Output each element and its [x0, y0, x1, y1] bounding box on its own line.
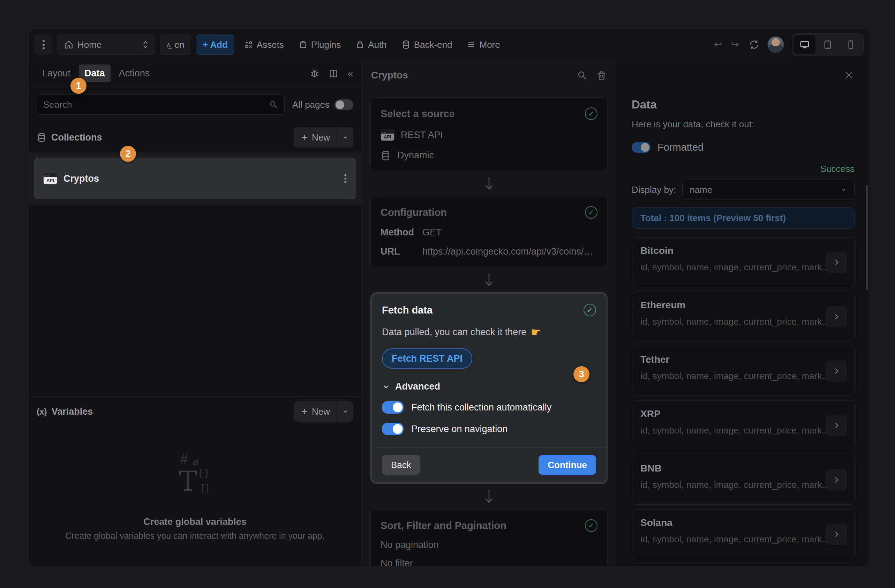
expand-item-button[interactable] — [825, 415, 847, 436]
tab-layout[interactable]: Layout — [36, 65, 76, 82]
expand-item-button[interactable] — [825, 360, 847, 382]
collection-editor-title: Cryptos — [371, 70, 568, 81]
configuration-title: Configuration — [381, 207, 585, 218]
nav-plugins[interactable]: Plugins — [294, 35, 346, 55]
continue-button[interactable]: Continue — [539, 455, 596, 475]
display-by-label: Display by: — [632, 185, 676, 195]
data-panel-title: Data — [632, 98, 854, 111]
rest-api-icon: API — [43, 173, 57, 185]
data-item-card[interactable]: USDC id, symbol, name, image, current_pr… — [632, 564, 854, 566]
redo-icon[interactable] — [730, 39, 741, 50]
data-item-card[interactable]: XRP id, symbol, name, image, current_pri… — [632, 400, 854, 450]
page-selector[interactable]: Home — [58, 35, 155, 55]
new-collection-dropdown[interactable] — [337, 127, 353, 147]
new-variable-dropdown[interactable] — [337, 402, 353, 422]
collections-label: Collections — [51, 132, 102, 143]
all-pages-label: All pages — [292, 99, 330, 110]
select-source-title: Select a source — [381, 108, 585, 120]
expand-item-button[interactable] — [825, 252, 847, 273]
main-menu-button[interactable] — [35, 35, 53, 55]
collapse-panel-icon[interactable]: « — [347, 68, 353, 80]
plus-icon — [301, 408, 308, 415]
auto-fetch-row: Fetch this collection automatically — [382, 401, 596, 414]
lock-icon — [355, 40, 364, 49]
trash-icon[interactable] — [596, 70, 607, 80]
toggle-knob — [393, 402, 402, 412]
data-item-card[interactable]: Ethereum id, symbol, name, image, curren… — [632, 292, 854, 341]
variables-empty-illustration: #⌀T{ }[ ] — [171, 452, 219, 504]
preserve-navigation-toggle[interactable] — [382, 423, 404, 435]
step-complete-icon: ✓ — [585, 108, 598, 120]
all-pages-toggle[interactable] — [334, 99, 353, 110]
step-complete-icon: ✓ — [584, 304, 596, 316]
search-input[interactable] — [43, 99, 269, 110]
tab-actions[interactable]: Actions — [113, 65, 156, 82]
search-icon[interactable] — [577, 70, 587, 80]
nav-backend[interactable]: Back-end — [397, 35, 457, 55]
total-items-banner: Total : 100 items (Preview 50 first) — [632, 207, 854, 229]
new-variable-label: New — [312, 406, 330, 417]
data-item-card[interactable]: Bitcoin id, symbol, name, image, current… — [632, 237, 854, 287]
data-item-card[interactable]: Tether id, symbol, name, image, current_… — [632, 346, 854, 396]
collection-list: API Cryptos — [29, 152, 361, 205]
formatted-toggle[interactable] — [632, 142, 651, 153]
auto-fetch-toggle[interactable] — [382, 401, 404, 414]
collection-item-cryptos[interactable]: API Cryptos — [35, 158, 355, 199]
data-item-card[interactable]: BNB id, symbol, name, image, current_pri… — [632, 455, 854, 505]
url-label: URL — [381, 246, 422, 257]
filter-status: No filter — [381, 558, 598, 566]
display-by-select[interactable]: name — [682, 180, 854, 200]
pagination-status: No pagination — [381, 540, 598, 550]
method-value: GET — [422, 227, 442, 238]
add-button[interactable]: + Add — [196, 35, 234, 55]
fetch-rest-api-button[interactable]: Fetch REST API — [382, 349, 472, 369]
device-phone-button[interactable] — [840, 35, 862, 54]
fetch-data-title: Fetch data — [382, 305, 584, 316]
close-icon[interactable] — [843, 70, 854, 80]
database-icon — [381, 150, 391, 161]
flow-arrow-icon — [370, 171, 608, 196]
new-collection-button[interactable]: New — [294, 127, 353, 147]
nav-assets[interactable]: Assets — [239, 35, 289, 55]
toggle-knob — [335, 100, 344, 109]
tutorial-step-badge-1: 1 — [70, 78, 86, 94]
data-item-name: Tether — [640, 354, 846, 365]
nav-auth[interactable]: Auth — [350, 35, 392, 55]
expand-item-button[interactable] — [825, 469, 847, 491]
advanced-toggle-row[interactable]: Advanced — [382, 381, 596, 392]
debug-bug-icon[interactable] — [310, 69, 320, 79]
nav-more[interactable]: More — [462, 35, 505, 55]
split-view-icon[interactable] — [329, 69, 338, 79]
plus-icon — [301, 133, 308, 141]
source-mode-label: Dynamic — [397, 150, 434, 161]
variables-header: (x) Variables New — [29, 397, 361, 427]
user-avatar[interactable] — [768, 36, 784, 53]
main-content: Layout Data Actions « — [29, 60, 869, 566]
source-type-row: API REST API — [381, 129, 598, 141]
device-tablet-button[interactable] — [817, 35, 839, 54]
expand-item-button[interactable] — [825, 523, 847, 545]
sort-filter-pagination-card[interactable]: Sort, Filter and Pagination ✓ No paginat… — [370, 509, 608, 566]
data-item-card[interactable]: Solana id, symbol, name, image, current_… — [632, 509, 854, 559]
data-item-name: Solana — [640, 517, 846, 528]
sync-icon[interactable] — [748, 39, 760, 50]
data-item-name: Ethereum — [640, 300, 846, 311]
language-button[interactable]: ᴀ̲ en — [160, 35, 191, 55]
device-desktop-button[interactable] — [794, 35, 816, 54]
variables-icon: (x) — [36, 406, 47, 417]
scrollbar-thumb[interactable] — [866, 185, 868, 290]
status-badge: Success — [632, 164, 854, 174]
expand-item-button[interactable] — [825, 306, 847, 327]
select-source-card[interactable]: Select a source ✓ API REST API — [370, 97, 608, 171]
undo-icon[interactable] — [712, 39, 723, 50]
configuration-card[interactable]: Configuration ✓ Method GET URL https://a… — [370, 196, 608, 267]
new-variable-button[interactable]: New — [294, 402, 353, 422]
source-type-label: REST API — [401, 130, 443, 141]
preserve-navigation-label: Preserve on navigation — [411, 424, 508, 435]
back-button[interactable]: Back — [382, 455, 420, 475]
collection-item-menu-icon[interactable] — [344, 173, 347, 184]
tutorial-step-badge-3: 3 — [573, 366, 589, 382]
variables-label: Variables — [52, 406, 93, 417]
data-item-name: XRP — [640, 408, 846, 420]
method-row: Method GET — [381, 227, 598, 238]
